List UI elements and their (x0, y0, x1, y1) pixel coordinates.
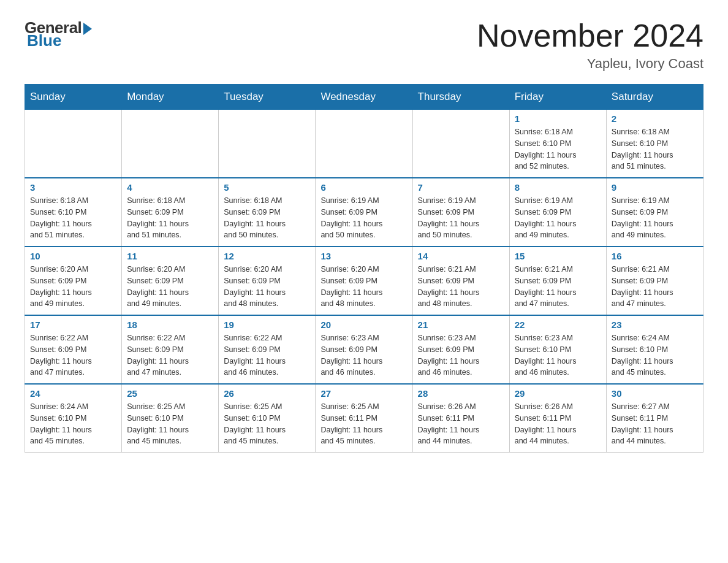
calendar-cell: 20Sunrise: 6:23 AMSunset: 6:09 PMDayligh… (316, 315, 412, 384)
day-info: Sunrise: 6:22 AMSunset: 6:09 PMDaylight:… (127, 332, 213, 378)
title-block: November 2024 Yapleu, Ivory Coast (477, 18, 703, 72)
calendar-cell (412, 110, 509, 178)
day-info: Sunrise: 6:18 AMSunset: 6:09 PMDaylight:… (127, 195, 213, 241)
day-info: Sunrise: 6:23 AMSunset: 6:09 PMDaylight:… (320, 332, 407, 378)
day-info: Sunrise: 6:23 AMSunset: 6:09 PMDaylight:… (418, 332, 504, 378)
calendar-cell: 25Sunrise: 6:25 AMSunset: 6:10 PMDayligh… (122, 384, 219, 453)
day-number: 12 (224, 251, 310, 261)
week-row-3: 10Sunrise: 6:20 AMSunset: 6:09 PMDayligh… (25, 247, 703, 315)
day-info: Sunrise: 6:20 AMSunset: 6:09 PMDaylight:… (30, 264, 116, 310)
day-info: Sunrise: 6:18 AMSunset: 6:10 PMDaylight:… (515, 126, 601, 172)
day-info: Sunrise: 6:21 AMSunset: 6:09 PMDaylight:… (612, 264, 698, 310)
day-number: 22 (515, 320, 601, 330)
calendar-cell: 14Sunrise: 6:21 AMSunset: 6:09 PMDayligh… (412, 247, 509, 315)
day-info: Sunrise: 6:19 AMSunset: 6:09 PMDaylight:… (320, 195, 407, 241)
calendar-cell: 13Sunrise: 6:20 AMSunset: 6:09 PMDayligh… (316, 247, 412, 315)
calendar-cell: 7Sunrise: 6:19 AMSunset: 6:09 PMDaylight… (412, 178, 509, 247)
calendar-cell: 28Sunrise: 6:26 AMSunset: 6:11 PMDayligh… (412, 384, 509, 453)
weekday-header-tuesday: Tuesday (219, 85, 316, 110)
calendar-cell: 23Sunrise: 6:24 AMSunset: 6:10 PMDayligh… (606, 315, 703, 384)
day-info: Sunrise: 6:22 AMSunset: 6:09 PMDaylight:… (30, 332, 116, 378)
day-number: 16 (612, 251, 698, 261)
day-number: 7 (418, 182, 504, 193)
weekday-header-row: SundayMondayTuesdayWednesdayThursdayFrid… (25, 85, 703, 110)
day-number: 14 (418, 251, 504, 261)
day-number: 13 (320, 251, 407, 261)
weekday-header-thursday: Thursday (412, 85, 509, 110)
calendar-table: SundayMondayTuesdayWednesdayThursdayFrid… (25, 84, 703, 453)
page-title: November 2024 (477, 18, 703, 53)
calendar-cell: 15Sunrise: 6:21 AMSunset: 6:09 PMDayligh… (509, 247, 606, 315)
calendar-cell: 9Sunrise: 6:19 AMSunset: 6:09 PMDaylight… (606, 178, 703, 247)
day-number: 1 (515, 113, 601, 124)
page-subtitle: Yapleu, Ivory Coast (477, 56, 703, 72)
calendar-cell: 12Sunrise: 6:20 AMSunset: 6:09 PMDayligh… (219, 247, 316, 315)
day-number: 15 (515, 251, 601, 261)
page-header: General Blue November 2024 Yapleu, Ivory… (25, 18, 703, 72)
calendar-cell (316, 110, 412, 178)
day-info: Sunrise: 6:25 AMSunset: 6:11 PMDaylight:… (320, 401, 407, 447)
day-number: 29 (515, 388, 601, 399)
calendar-cell (219, 110, 316, 178)
day-number: 26 (224, 388, 310, 399)
calendar-cell: 6Sunrise: 6:19 AMSunset: 6:09 PMDaylight… (316, 178, 412, 247)
day-number: 25 (127, 388, 213, 399)
logo-arrow-icon (83, 23, 92, 35)
day-number: 28 (418, 388, 504, 399)
day-info: Sunrise: 6:25 AMSunset: 6:10 PMDaylight:… (127, 401, 213, 447)
day-number: 30 (612, 388, 698, 399)
logo-blue-text: Blue (27, 31, 61, 50)
day-info: Sunrise: 6:26 AMSunset: 6:11 PMDaylight:… (515, 401, 601, 447)
day-info: Sunrise: 6:20 AMSunset: 6:09 PMDaylight:… (320, 264, 407, 310)
day-number: 2 (612, 113, 698, 124)
day-number: 11 (127, 251, 213, 261)
weekday-header-friday: Friday (509, 85, 606, 110)
day-number: 24 (30, 388, 116, 399)
calendar-cell: 17Sunrise: 6:22 AMSunset: 6:09 PMDayligh… (25, 315, 122, 384)
day-number: 9 (612, 182, 698, 193)
weekday-header-wednesday: Wednesday (316, 85, 412, 110)
week-row-4: 17Sunrise: 6:22 AMSunset: 6:09 PMDayligh… (25, 315, 703, 384)
calendar-cell: 22Sunrise: 6:23 AMSunset: 6:10 PMDayligh… (509, 315, 606, 384)
day-info: Sunrise: 6:27 AMSunset: 6:11 PMDaylight:… (612, 401, 698, 447)
day-number: 17 (30, 320, 116, 330)
day-number: 19 (224, 320, 310, 330)
day-info: Sunrise: 6:19 AMSunset: 6:09 PMDaylight:… (515, 195, 601, 241)
day-info: Sunrise: 6:25 AMSunset: 6:10 PMDaylight:… (224, 401, 310, 447)
day-info: Sunrise: 6:18 AMSunset: 6:09 PMDaylight:… (224, 195, 310, 241)
day-number: 4 (127, 182, 213, 193)
calendar-cell (25, 110, 122, 178)
day-info: Sunrise: 6:21 AMSunset: 6:09 PMDaylight:… (418, 264, 504, 310)
day-info: Sunrise: 6:18 AMSunset: 6:10 PMDaylight:… (30, 195, 116, 241)
day-info: Sunrise: 6:19 AMSunset: 6:09 PMDaylight:… (418, 195, 504, 241)
calendar-cell: 5Sunrise: 6:18 AMSunset: 6:09 PMDaylight… (219, 178, 316, 247)
calendar-cell: 4Sunrise: 6:18 AMSunset: 6:09 PMDaylight… (122, 178, 219, 247)
weekday-header-sunday: Sunday (25, 85, 122, 110)
day-info: Sunrise: 6:20 AMSunset: 6:09 PMDaylight:… (127, 264, 213, 310)
day-number: 27 (320, 388, 407, 399)
weekday-header-saturday: Saturday (606, 85, 703, 110)
calendar-cell: 24Sunrise: 6:24 AMSunset: 6:10 PMDayligh… (25, 384, 122, 453)
day-info: Sunrise: 6:21 AMSunset: 6:09 PMDaylight:… (515, 264, 601, 310)
calendar-cell: 11Sunrise: 6:20 AMSunset: 6:09 PMDayligh… (122, 247, 219, 315)
calendar-cell: 27Sunrise: 6:25 AMSunset: 6:11 PMDayligh… (316, 384, 412, 453)
day-info: Sunrise: 6:20 AMSunset: 6:09 PMDaylight:… (224, 264, 310, 310)
calendar-cell: 29Sunrise: 6:26 AMSunset: 6:11 PMDayligh… (509, 384, 606, 453)
calendar-cell: 19Sunrise: 6:22 AMSunset: 6:09 PMDayligh… (219, 315, 316, 384)
calendar-cell: 21Sunrise: 6:23 AMSunset: 6:09 PMDayligh… (412, 315, 509, 384)
day-info: Sunrise: 6:26 AMSunset: 6:11 PMDaylight:… (418, 401, 504, 447)
day-info: Sunrise: 6:18 AMSunset: 6:10 PMDaylight:… (612, 126, 698, 172)
calendar-cell: 3Sunrise: 6:18 AMSunset: 6:10 PMDaylight… (25, 178, 122, 247)
day-number: 6 (320, 182, 407, 193)
calendar-cell: 16Sunrise: 6:21 AMSunset: 6:09 PMDayligh… (606, 247, 703, 315)
day-number: 5 (224, 182, 310, 193)
week-row-2: 3Sunrise: 6:18 AMSunset: 6:10 PMDaylight… (25, 178, 703, 247)
calendar-cell: 30Sunrise: 6:27 AMSunset: 6:11 PMDayligh… (606, 384, 703, 453)
day-number: 20 (320, 320, 407, 330)
day-info: Sunrise: 6:22 AMSunset: 6:09 PMDaylight:… (224, 332, 310, 378)
day-info: Sunrise: 6:19 AMSunset: 6:09 PMDaylight:… (612, 195, 698, 241)
calendar-cell (122, 110, 219, 178)
week-row-1: 1Sunrise: 6:18 AMSunset: 6:10 PMDaylight… (25, 110, 703, 178)
day-number: 18 (127, 320, 213, 330)
day-number: 23 (612, 320, 698, 330)
